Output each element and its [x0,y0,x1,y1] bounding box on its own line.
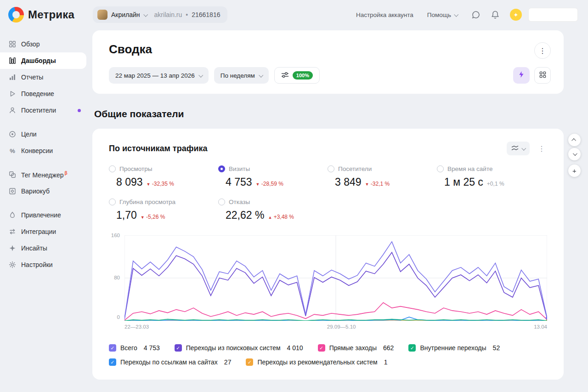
legend-checkbox[interactable]: ✓ [408,344,416,352]
add-widget-button[interactable]: + [568,165,581,177]
metric-radio[interactable] [218,199,225,205]
svg-text:%: % [10,148,15,154]
metric-delta: ▼ -32,1 % [365,181,390,187]
chevron-down-icon [259,73,263,77]
target-icon [9,131,16,138]
legend-item-search: ✓ Переходы из поисковых систем 4 010 [175,344,303,352]
bell-icon[interactable] [491,10,500,19]
chart-type-selector[interactable] [507,142,530,155]
date-range-selector[interactable]: 22 мар 2025 — 13 апр 2026 [109,67,209,84]
metric-radio[interactable] [437,165,444,172]
sidebar-item-variocube[interactable]: Вариокуб [0,183,86,199]
widget-menu-button[interactable]: ⋮ [536,144,547,153]
legend-checkbox[interactable]: ✓ [109,358,116,366]
sampling-control[interactable]: 100% [274,67,320,84]
legend-item-site-links: ✓ Переходы по ссылкам на сайтах 27 [109,358,231,366]
legend-checkbox[interactable]: ✓ [246,358,253,366]
counter-name: Акрилайн [111,11,140,18]
sidebar-item-dashboards[interactable]: Дашборды [0,52,86,69]
chevron-down-icon [454,12,458,17]
sidebar-item-tag-manager[interactable]: Тег Менеджерβ [0,166,86,183]
metric-radio[interactable] [109,165,116,172]
reports-bars-icon [9,74,16,81]
gear-icon [9,261,16,268]
account-settings-link[interactable]: Настройка аккаунта [356,11,413,18]
sidebar-item-behavior[interactable]: Поведение [0,85,86,102]
sidebar-item-integrations[interactable]: Интеграции [0,223,86,240]
metrika-logo-text: Метрика [28,8,74,21]
plus-icon: + [572,167,577,175]
sampling-badge: 100% [293,71,313,80]
metric-delta: ▲ +3,48 % [268,214,294,220]
lightning-icon [518,71,525,80]
metric-value: 3 849 [335,176,362,188]
chart-y-axis: 160 80 0 [109,235,124,321]
check-icon: ✓ [111,359,115,365]
metric-tile-pageviews: Просмотры 8 093 ▼ -32,35 % [109,165,218,188]
sidebar-item-attraction[interactable]: Привлечение [0,207,86,223]
legend-checkbox[interactable]: ✓ [175,344,182,352]
ai-insights-button[interactable] [513,67,530,84]
metric-radio[interactable] [109,199,116,205]
chevron-up-icon [571,138,576,143]
widget-title: По источникам трафика [109,144,208,153]
dot-separator: • [186,11,188,18]
traffic-chart-svg [124,235,547,321]
sidebar-item-visitors[interactable]: Посетители [0,102,86,119]
sidebar: Обзор Дашборды Отчеты [0,29,92,380]
sidebar-item-reports[interactable]: Отчеты [0,69,86,85]
counter-selector[interactable]: Акрилайн akrilain.ru • 21661816 [93,6,227,23]
counter-favicon [97,10,107,20]
grid-icon [539,71,546,80]
sliders-icon [281,72,289,80]
metric-value: 22,62 % [226,209,264,222]
flame-icon [9,211,16,219]
user-avatar[interactable] [528,8,578,22]
metrika-logo: Метрика [8,7,93,23]
widget-scroll-buttons: + [568,134,581,177]
help-menu[interactable]: Помощь [427,11,458,18]
scroll-down-button[interactable] [568,148,581,160]
metric-value: 8 093 [116,176,143,188]
chat-icon[interactable] [471,10,481,19]
notification-dot [78,109,81,112]
summary-menu-button[interactable]: ⋮ [534,42,551,59]
line-chart-icon [511,144,519,153]
widgets-layout-button[interactable] [534,67,551,84]
metric-tile-visits: Визиты 4 753 ▼ -28,59 % [218,165,328,188]
check-icon: ✓ [111,345,115,351]
main-content: Сводка ⋮ 22 мар 2025 — 13 апр 2026 По не… [92,29,588,380]
variocube-icon [9,187,16,195]
metrika-logo-icon [8,7,24,23]
summary-card: Сводка ⋮ 22 мар 2025 — 13 апр 2026 По не… [92,30,564,94]
dashboards-icon [9,57,16,64]
sidebar-item-goals[interactable]: Цели [0,126,86,142]
swap-arrows-icon [9,228,16,235]
metric-tile-visitors: Посетители 3 849 ▼ -32,1 % [328,165,437,188]
granularity-selector[interactable]: По неделям [214,67,269,84]
top-bar: Метрика Акрилайн akrilain.ru • 21661816 … [0,0,588,29]
legend-checkbox[interactable]: ✓ [318,344,325,352]
metric-tile-time-on-site: Время на сайте 1 м 25 с +0,1 % [437,165,546,188]
metric-tile-depth: Глубина просмотра 1,70 ▼ -5,26 % [109,199,218,222]
sidebar-item-conversions[interactable]: % Конверсии [0,142,86,159]
kebab-icon: ⋮ [538,145,545,153]
legend-item-direct: ✓ Прямые заходы 662 [318,344,394,352]
metric-value: 4 753 [226,176,252,188]
sidebar-item-settings[interactable]: Настройки [0,256,86,273]
kebab-icon: ⋮ [539,46,546,55]
metric-value: 1 м 25 с [444,176,483,188]
plus-sparkle-badge[interactable]: ✦ [510,9,522,21]
legend-checkbox[interactable]: ✓ [109,344,116,352]
scroll-up-button[interactable] [568,134,581,146]
percent-icon: % [9,147,16,154]
counter-id: 21661816 [192,11,220,18]
metric-tile-bounces: Отказы 22,62 % ▲ +3,48 % [218,199,328,222]
metric-radio[interactable] [328,165,334,172]
sidebar-item-insights[interactable]: Инсайты [0,240,86,256]
metric-radio-selected[interactable] [218,165,225,172]
sidebar-item-overview[interactable]: Обзор [0,36,86,52]
metric-delta: ▼ -28,59 % [256,181,283,187]
legend-item-internal: ✓ Внутренние переходы 52 [408,344,500,352]
overview-grid-icon [9,40,16,48]
